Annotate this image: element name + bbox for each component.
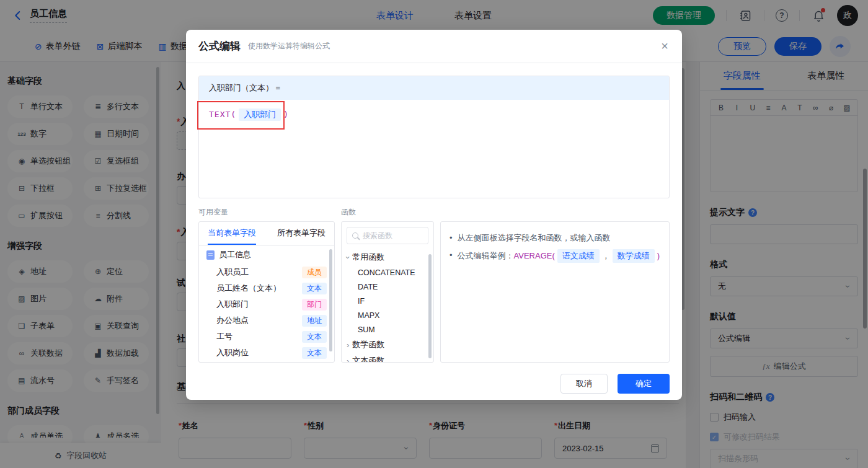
modal-panels: 当前表单字段 所有表单字段 员工信息 入职员工成员员工姓名（文本）文本入职部门部… <box>198 221 670 363</box>
variable-type-badge: 文本 <box>302 283 327 294</box>
functions-scrollbar[interactable] <box>428 254 432 358</box>
tab-current-form-fields[interactable]: 当前表单字段 <box>208 222 256 245</box>
function-item[interactable]: MAPX <box>342 308 433 322</box>
search-icon <box>352 232 358 239</box>
variable-type-badge: 部门 <box>302 299 327 311</box>
variable-label: 员工姓名（文本） <box>216 283 281 294</box>
modal-footer: 取消 确定 <box>198 374 670 394</box>
variable-label: 办公地点 <box>216 315 249 326</box>
function-group[interactable]: ›数学函数 <box>342 337 433 353</box>
annotation-red-box <box>197 101 285 130</box>
help-tip-2: • 公式编辑举例：AVERAGE(语文成绩，数学成绩) <box>450 249 660 263</box>
app-root: 员工信息 表单设计 表单设置 数据管理 ? 政 ⊘表单外链⊠后端脚本▥数据权 预… <box>0 0 868 468</box>
confirm-button[interactable]: 确定 <box>618 374 670 394</box>
variable-type-badge: 成员 <box>302 267 327 278</box>
function-item[interactable]: CONCATENATE <box>342 265 433 280</box>
modal-title: 公式编辑 <box>198 39 241 53</box>
functions-panel: 搜索函数 ›常用函数CONCATENATEDATEIFMAPXSUM›数学函数›… <box>341 221 434 363</box>
help-tip-1: • 从左侧面板选择字段名和函数，或输入函数 <box>450 232 660 244</box>
function-item[interactable]: SUM <box>342 322 433 337</box>
modal-header: 公式编辑 使用数学运算符编辑公式 × <box>186 30 682 63</box>
function-group[interactable]: ›文本函数 <box>342 353 433 363</box>
variables-label: 可用变量 <box>198 207 341 218</box>
variable-row[interactable]: 入职岗位文本 <box>199 345 334 361</box>
chevron-right-icon: › <box>347 341 349 349</box>
tree-root-label: 员工信息 <box>219 249 251 260</box>
close-icon[interactable]: × <box>661 40 668 52</box>
chevron-right-icon: › <box>344 256 352 258</box>
variable-row[interactable]: 办公地点地址 <box>199 312 334 329</box>
panel-section-labels: 可用变量 函数 <box>198 207 670 218</box>
cancel-button[interactable]: 取消 <box>560 374 608 394</box>
modal-subtitle: 使用数学运算符编辑公式 <box>248 41 330 51</box>
variables-tabs: 当前表单字段 所有表单字段 <box>199 222 334 245</box>
form-doc-icon <box>206 250 215 260</box>
function-group-label: 数学函数 <box>352 339 384 350</box>
function-item[interactable]: DATE <box>342 280 433 294</box>
variable-row[interactable]: 入职员工成员 <box>199 264 334 280</box>
variable-row[interactable]: 入职部门部门 <box>199 296 334 312</box>
variable-type-badge: 文本 <box>302 347 327 359</box>
bullet: • <box>450 232 453 244</box>
formula-editor-modal: 公式编辑 使用数学运算符编辑公式 × 入职部门（文本） = TEXT(入职部门)… <box>186 30 682 400</box>
variable-label: 入职岗位 <box>216 347 249 358</box>
variables-panel: 当前表单字段 所有表单字段 员工信息 入职员工成员员工姓名（文本）文本入职部门部… <box>198 221 335 363</box>
variables-scrollbar[interactable] <box>329 249 332 351</box>
variables-list: 入职员工成员员工姓名（文本）文本入职部门部门办公地点地址工号文本入职岗位文本 <box>199 264 334 361</box>
bullet: • <box>450 249 453 263</box>
function-group[interactable]: ›常用函数 <box>342 249 433 265</box>
variable-label: 工号 <box>216 331 232 342</box>
function-item[interactable]: IF <box>342 294 433 308</box>
variable-label: 入职部门 <box>216 299 249 310</box>
variable-row[interactable]: 员工姓名（文本）文本 <box>199 280 334 296</box>
formula-editor-box: 入职部门（文本） = TEXT(入职部门) <box>198 76 670 198</box>
variables-tree-root[interactable]: 员工信息 <box>199 245 334 264</box>
function-search[interactable]: 搜索函数 <box>347 227 428 244</box>
tab-all-form-fields[interactable]: 所有表单字段 <box>277 222 326 245</box>
search-placeholder: 搜索函数 <box>363 231 392 241</box>
function-group-label: 常用函数 <box>352 252 384 263</box>
variable-type-badge: 地址 <box>302 315 327 327</box>
formula-help-panel: • 从左侧面板选择字段名和函数，或输入函数 • 公式编辑举例：AVERAGE(语… <box>440 221 670 363</box>
formula-target: 入职部门（文本） = <box>199 76 669 100</box>
chevron-right-icon: › <box>347 357 349 363</box>
functions-label: 函数 <box>341 207 356 218</box>
variable-label: 入职员工 <box>216 267 249 278</box>
function-group-label: 文本函数 <box>352 355 384 363</box>
variable-type-badge: 文本 <box>302 331 327 343</box>
functions-list: ›常用函数CONCATENATEDATEIFMAPXSUM›数学函数›文本函数 <box>342 249 433 363</box>
variable-row[interactable]: 工号文本 <box>199 329 334 345</box>
